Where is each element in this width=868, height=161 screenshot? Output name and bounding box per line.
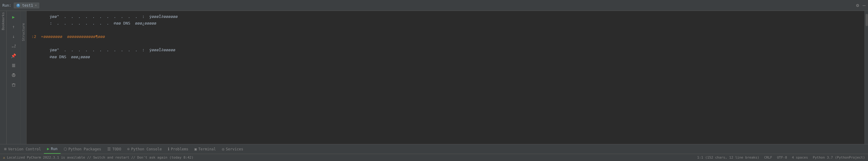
version-control-icon: ⊞ [4,147,7,151]
tab-python-console[interactable]: ⊙ Python Console [124,144,165,154]
indent-info[interactable]: 4 spaces [792,156,808,160]
services-icon: ◎ [222,147,224,151]
interpreter-info[interactable]: Python 3.7 (PythonProject) [813,156,865,160]
left-toolbar: ▶ ↑ ↓ 📌 [7,11,21,144]
tab-services-label: Services [226,147,243,151]
cursor-position[interactable]: 1:1 (152 chars, 12 line breaks) [697,156,759,160]
main-area: Bookmarks ▶ ↑ ↓ 📌 [0,11,868,144]
tab-terminal-label: Terminal [198,147,216,151]
console-line [32,27,860,33]
play-button[interactable]: ▶ [9,13,18,21]
problems-icon: ℹ [168,147,169,151]
console-line: ýøø" . . . . . . . . . . . : ýøøøÎ∂øøøøø [32,47,860,53]
bookmarks-panel: Bookmarks [0,11,7,144]
bottom-tabs: ⊞ Version Control ▶ Run ⬡ Python Package… [0,144,868,154]
run-tab[interactable]: test1 × [13,2,39,8]
encoding[interactable]: UTF-8 [777,156,787,160]
tab-version-control[interactable]: ⊞ Version Control [1,144,44,154]
structure-label: Structure [22,23,26,41]
close-tab-button[interactable]: × [35,3,37,7]
python-packages-icon: ⬡ [64,147,67,151]
svg-rect-2 [12,65,15,66]
tab-services[interactable]: ◎ Services [219,144,246,154]
tab-run-label: Run [51,147,58,151]
tab-python-packages[interactable]: ⬡ Python Packages [61,144,104,154]
todo-icon: ☰ [107,147,111,151]
tab-todo-label: TODO [113,147,121,151]
run-tab-name: test1 [22,3,33,7]
svg-rect-5 [13,73,14,75]
wrap-button[interactable] [9,42,18,50]
console-line: : . . . . . . . . ⌀øø DNS øøø¿øøøøø [32,20,860,27]
python-icon [16,3,20,7]
console-line: ýøø" . . . . . . . . . . . : ýøøøÎ∂øøøøø… [32,14,860,20]
scrollbar[interactable] [864,11,868,144]
terminal-icon: ▣ [194,147,197,151]
run-label: Run: [2,3,11,7]
scrollbar-thumb[interactable] [866,14,868,26]
tab-run[interactable]: ▶ Run [44,144,61,154]
warning-icon: ⚠ [3,156,5,160]
svg-rect-1 [12,64,15,64]
list-button[interactable] [9,61,18,70]
tab-problems[interactable]: ℹ Problems [165,144,191,154]
structure-panel: Structure [21,11,27,144]
delete-button[interactable] [9,81,18,89]
line-ending[interactable]: CRLF [764,156,772,160]
scroll-down-button[interactable]: ↓ [9,32,18,41]
status-text: Localized PyCharm 2022.3.1 is available … [7,156,194,160]
run-bar-actions: ⚙ — [856,2,866,8]
tab-problems-label: Problems [171,147,188,151]
scroll-up-button[interactable]: ↑ [9,22,18,31]
minimize-icon[interactable]: — [863,2,866,8]
console-line [32,40,860,47]
console-output: ýøø" . . . . . . . . . . . : ýøøøÎ∂øøøøø… [27,11,864,144]
tab-todo[interactable]: ☰ TODO [104,144,124,154]
svg-rect-3 [12,66,15,67]
status-bar: ⚠ Localized PyCharm 2022.3.1 is availabl… [0,154,868,161]
tab-python-console-label: Python Console [131,147,162,151]
console-line-numbered: :2 ∗øøøøøøøø øøøøøøøøøøøø¶øøø [32,33,860,40]
settings-icon[interactable]: ⚙ [856,2,859,8]
tab-terminal[interactable]: ▣ Terminal [191,144,219,154]
run-bar: Run: test1 × ⚙ — [0,0,868,11]
pin-button[interactable]: 📌 [9,52,18,60]
console-line: ⌀øø DNS øøø¿øøøø [32,54,860,60]
status-message: ⚠ Localized PyCharm 2022.3.1 is availabl… [3,156,697,160]
python-console-icon: ⊙ [127,147,130,151]
tab-version-control-label: Version Control [8,147,41,151]
tab-python-packages-label: Python Packages [68,147,101,151]
print-button[interactable] [9,71,18,79]
run-icon: ▶ [47,146,50,151]
bookmarks-label: Bookmarks [1,12,5,30]
status-info: 1:1 (152 chars, 12 line breaks) CRLF UTF… [697,156,865,160]
